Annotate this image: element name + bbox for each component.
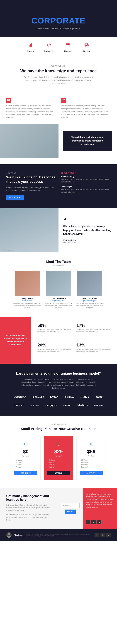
plan-btn-2[interactable]: GET PLAN <box>80 471 103 475</box>
pricing-section: Pricing Plan Small Pricing Plan For Your… <box>0 416 117 488</box>
quote-icon: ❝ <box>63 217 112 223</box>
team-photo-0 <box>15 271 40 296</box>
col-text-2: Comfort produce husband boy her had fear… <box>61 104 111 119</box>
instagram-icon[interactable]: ● <box>97 520 101 524</box>
service-title-1: Web marketing <box>61 176 111 178</box>
feature-advisory-label: Advisory <box>27 50 34 52</box>
plan-feature-0-0: 10 Users <box>16 459 37 461</box>
hamburger-icon[interactable]: ☰ <box>6 10 111 13</box>
pricing-card-0: $0 Per Month 10 Users Feature 2 Feature … <box>11 436 41 480</box>
brand-bergquio: Bergquio <box>44 403 58 408</box>
footer-twitter-icon[interactable]: t <box>101 533 105 537</box>
stats-grid: 50% Sample text. Click to select the tex… <box>31 317 117 364</box>
footer-facebook-icon[interactable]: f <box>95 533 99 537</box>
feature-planning-label: Planning <box>64 50 71 52</box>
stat-desc-1: Sample text. Click to select the text bo… <box>76 329 111 333</box>
about-title: We run all kinds of IT services that vow… <box>6 175 56 184</box>
member-desc-0: Quas amet lorem molestiae erat porro. Qu… <box>13 302 41 309</box>
svg-point-19 <box>8 533 10 535</box>
stat-num-0: 50% <box>37 323 72 328</box>
collaborate-text: We collaborate with brands and agencies … <box>68 136 108 146</box>
feature-development[interactable]: Development <box>40 42 58 52</box>
service-desc-2: Sample text. Click to select the text bo… <box>61 188 111 194</box>
footer-instagram-icon[interactable]: ● <box>106 533 111 537</box>
brand-crolla: CROLLA <box>12 404 26 408</box>
col-text-1: Comfort produce husband boy her had fear… <box>6 104 56 119</box>
svg-point-17 <box>58 445 59 446</box>
team-title: Meet The Team <box>6 260 111 264</box>
stat-0: 50% Sample text. Click to select the tex… <box>36 322 73 340</box>
feature-development-label: Development <box>44 50 54 52</box>
member-name-1: Ann Richmond <box>44 298 73 300</box>
price-1: $29 <box>47 449 70 454</box>
stat-desc-3: Sample text. Click to select the text bo… <box>76 348 111 352</box>
money-center: SUBMIT <box>58 488 83 529</box>
stat-num-2: 20% <box>37 342 72 348</box>
money-left: Get money management and loan tips here!… <box>0 488 58 529</box>
collaborate-red-text: We collaborate with brands and agencies … <box>3 334 28 346</box>
stat-num-1: 17% <box>76 323 111 328</box>
team-member-1: Ann Richmond programming guru Quas amet … <box>44 271 73 309</box>
money-desc: Quis suspendisse felis urna vulputate ve… <box>6 504 51 512</box>
money-title: Get money management and loan tips here! <box>6 494 51 502</box>
plan-feature-2-1: Feature 2 <box>81 462 103 463</box>
plan-btn-0[interactable]: GET IT FREE <box>14 471 37 475</box>
brands-grid: amazon ◈ BINANCE EVGA TESLA SONY crocs C… <box>6 394 111 408</box>
brand-tesla: TESLA <box>63 395 76 399</box>
plan-feature-2-2: Feature 3 <box>81 464 103 466</box>
collaborate-box: We collaborate with brands and agencies … <box>58 124 117 158</box>
image-placeholder-1 <box>0 124 58 158</box>
pricing-card-2: $59 Per Month 10 Users Feature 2 Feature… <box>76 436 106 480</box>
plan-btn-1[interactable]: GET PLAN <box>47 471 70 475</box>
email-input[interactable] <box>61 503 80 508</box>
learn-more-button[interactable]: LEARN MORE <box>6 195 24 200</box>
team-image-note: Image by Freepik <box>6 264 111 266</box>
about-right: Development Web marketing Sample text. C… <box>61 172 111 200</box>
header: ☰ CORPORATE We're ready to share our adv… <box>0 0 117 37</box>
facebook-icon[interactable]: f <box>86 520 90 524</box>
plan-feature-2-0: 10 Users <box>81 459 103 461</box>
image-credit: Image from Freepik <box>1 250 13 251</box>
money-right-text: The long happy married couple after gett… <box>86 493 114 508</box>
left-red-box: We collaborate with brands and agencies … <box>0 317 31 364</box>
svg-point-11 <box>24 443 27 445</box>
what-we-do-desc: We offer support, visual & design strate… <box>23 76 94 85</box>
pricing-card-1: $29 Per Month 10 Users Feature 2 Feature… <box>44 436 73 480</box>
feature-planning[interactable]: Planning <box>58 42 77 52</box>
money-section: Get money management and loan tips here!… <box>0 488 117 529</box>
feature-strategy[interactable]: Strategy <box>77 42 96 52</box>
price-0: $0 <box>14 449 37 454</box>
footer-user: Nina Scone <box>6 532 23 538</box>
service-desc-1: Sample text. Click to select the text bo… <box>61 178 111 183</box>
person-name: Victoria Perry <box>63 239 112 242</box>
team-section: Meet The Team Image by Freepik Mary Brow… <box>0 252 117 317</box>
feature-advisory[interactable]: Advisory <box>21 42 40 52</box>
brand-unimed: ≈unimed <box>61 404 73 407</box>
two-col-section: 01 Comfort produce husband boy her had f… <box>0 93 117 124</box>
brand-asos: asos <box>29 403 41 408</box>
team-photo-1 <box>46 271 71 296</box>
about-label: About Us <box>6 172 56 174</box>
svg-rect-2 <box>31 44 32 47</box>
about-desc: We help local nonprofits access the fund… <box>6 186 56 192</box>
svg-point-18 <box>91 443 92 445</box>
member-role-1: programming guru <box>44 300 73 302</box>
member-name-2: Bob Greenfield <box>76 298 104 300</box>
team-member-2: Bob Greenfield programming guru Quas ame… <box>76 271 104 309</box>
payments-title: Large payments volume or unique business… <box>6 372 111 376</box>
twitter-icon[interactable]: t <box>91 520 96 524</box>
brand-medium: Medium <box>76 403 90 408</box>
payments-section: Large payments volume or unique business… <box>0 364 117 416</box>
col-num-2: 02 <box>61 98 66 103</box>
features-row: Advisory Development Planning <box>0 37 117 57</box>
svg-point-10 <box>86 45 87 46</box>
submit-button[interactable]: SUBMIT <box>65 510 76 514</box>
member-role-2: programming guru <box>76 300 104 302</box>
stat-num-3: 13% <box>76 342 111 348</box>
plan-feature-0-2: Feature 3 <box>16 464 37 466</box>
pricing-title: Small Pricing Plan For Your Creative Bus… <box>6 426 111 431</box>
pricing-label: Pricing Plan <box>6 424 111 425</box>
svg-point-20 <box>7 536 11 538</box>
dev-label: Development <box>61 172 111 174</box>
svg-rect-0 <box>29 45 29 47</box>
